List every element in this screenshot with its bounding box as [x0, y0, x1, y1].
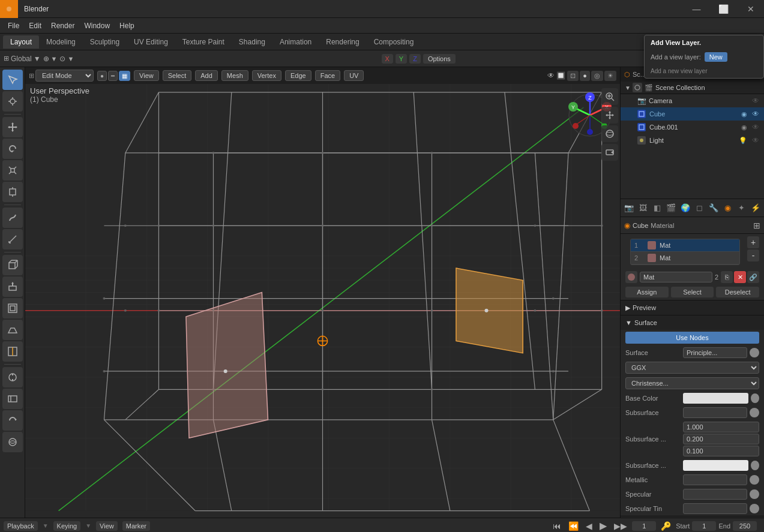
- edit-mode-select[interactable]: Edit Mode Object Mode Sculpt Mode: [35, 70, 94, 82]
- minimize-button[interactable]: —: [683, 0, 710, 18]
- slide-tool[interactable]: [2, 389, 23, 409]
- prop-scene-tab[interactable]: 🎬: [665, 201, 677, 215]
- tab-texture-paint[interactable]: Texture Paint: [175, 35, 232, 49]
- select-menu[interactable]: Select: [163, 70, 192, 81]
- tab-compositing[interactable]: Compositing: [367, 35, 421, 49]
- prop-material-tab[interactable]: ◉: [721, 201, 733, 215]
- extrude-tool[interactable]: [2, 276, 23, 297]
- tl-next-frame[interactable]: ▶▶: [612, 520, 630, 532]
- mat-link-btn[interactable]: 🔗: [747, 271, 759, 283]
- playback-btn[interactable]: Playback: [4, 521, 38, 531]
- pan-tool[interactable]: [601, 107, 618, 124]
- material-panel-collapse[interactable]: ⊞: [753, 221, 760, 230]
- outliner-cube001[interactable]: Cube.001 ◉ 👁: [621, 121, 764, 134]
- timeline-frame[interactable]: 1: [632, 521, 656, 531]
- marker-btn[interactable]: Marker: [122, 521, 150, 531]
- vertex-menu[interactable]: Vertex: [252, 70, 281, 81]
- maximize-button[interactable]: ⬜: [710, 0, 737, 18]
- bevel-tool[interactable]: [2, 320, 23, 340]
- prop-output-tab[interactable]: 🖼: [637, 201, 649, 215]
- measure-tool[interactable]: [2, 229, 23, 250]
- deselect-button[interactable]: Deselect: [716, 287, 759, 297]
- transform-tool[interactable]: [2, 182, 23, 202]
- light-visibility[interactable]: 👁: [752, 136, 759, 145]
- prop-render-tab[interactable]: 📷: [623, 201, 635, 215]
- prop-object-tab[interactable]: ◻: [693, 201, 705, 215]
- specular-tint-dot[interactable]: [750, 504, 759, 513]
- face-menu[interactable]: Face: [315, 70, 340, 81]
- add-slot-btn[interactable]: +: [747, 236, 759, 248]
- remove-slot-btn[interactable]: -: [747, 250, 759, 262]
- select-tool[interactable]: [2, 70, 23, 90]
- material-preview-shading[interactable]: ◎: [591, 71, 603, 81]
- tl-jump-start[interactable]: ⏮: [550, 520, 564, 532]
- surface-shader-dot[interactable]: [750, 348, 759, 357]
- tl-keyframe-marker[interactable]: 🔑: [658, 520, 673, 532]
- specular-dot[interactable]: [750, 489, 759, 499]
- z-axis-btn[interactable]: Z: [409, 54, 421, 64]
- mesh-menu[interactable]: Mesh: [221, 70, 248, 81]
- cursor-tool[interactable]: [2, 91, 23, 112]
- solid-shading[interactable]: ●: [580, 71, 590, 81]
- use-nodes-btn[interactable]: Use Nodes: [625, 332, 759, 344]
- tl-play[interactable]: ▶: [597, 519, 609, 532]
- view-btn[interactable]: View: [96, 521, 118, 531]
- subsurface-color-dot[interactable]: [751, 461, 759, 470]
- options-btn[interactable]: Options: [423, 54, 456, 64]
- tl-prev-keyframe[interactable]: ⏪: [566, 520, 581, 532]
- mat-delete-btn[interactable]: ✕: [734, 271, 746, 283]
- tab-sculpting[interactable]: Sculpting: [83, 35, 127, 49]
- subsurface-dot[interactable]: [750, 408, 759, 417]
- specular-input[interactable]: 0.500: [683, 489, 747, 500]
- cube-visibility[interactable]: 👁: [752, 110, 759, 118]
- tab-layout[interactable]: Layout: [3, 35, 39, 49]
- close-button[interactable]: ✕: [737, 0, 764, 18]
- scene-visibility[interactable]: [633, 83, 642, 92]
- uv-menu[interactable]: UV: [344, 70, 364, 81]
- metallic-input[interactable]: 0.000: [683, 474, 747, 485]
- rotate-tool[interactable]: [2, 139, 23, 159]
- move-tool-2[interactable]: [2, 367, 23, 387]
- mode-selector[interactable]: ⊞ Edit Mode Object Mode Sculpt Mode: [29, 70, 94, 82]
- keying-btn[interactable]: Keying: [53, 521, 81, 531]
- menu-file[interactable]: File: [3, 20, 24, 32]
- loop-cut-tool[interactable]: [2, 341, 23, 362]
- smooth-tool[interactable]: [2, 432, 23, 452]
- camera-visibility[interactable]: 👁: [752, 97, 759, 105]
- metallic-dot[interactable]: [750, 475, 759, 485]
- viewport-shading-toggle[interactable]: 🔲: [556, 71, 565, 80]
- rendered-shading[interactable]: ☀: [604, 71, 616, 81]
- tl-prev-frame[interactable]: ◀: [583, 520, 595, 532]
- tab-modeling[interactable]: Modeling: [39, 35, 83, 49]
- tab-uv-editing[interactable]: UV Editing: [127, 35, 175, 49]
- material-name-input[interactable]: [640, 272, 712, 282]
- camera-view[interactable]: [601, 144, 618, 161]
- prop-physics-tab[interactable]: ⚡: [750, 201, 762, 215]
- prop-view-tab[interactable]: ◧: [651, 201, 663, 215]
- view-menu[interactable]: View: [134, 70, 159, 81]
- prop-modifier-tab[interactable]: 🔧: [707, 201, 719, 215]
- material-slot-1[interactable]: 1 Mat: [631, 239, 739, 252]
- tab-rendering[interactable]: Rendering: [319, 35, 366, 49]
- assign-button[interactable]: Assign: [625, 287, 669, 297]
- y-axis-btn[interactable]: Y: [396, 54, 407, 64]
- preview-header[interactable]: ▶ Preview: [621, 300, 764, 315]
- prop-world-tab[interactable]: 🌍: [679, 201, 691, 215]
- subsurface-input[interactable]: 0.000: [683, 407, 747, 418]
- outliner-cube[interactable]: Cube ◉ 👁: [621, 107, 764, 121]
- material-slot-2[interactable]: 2 Mat: [631, 252, 739, 265]
- tab-animation[interactable]: Animation: [272, 35, 319, 49]
- specular-tint-input[interactable]: [683, 503, 747, 514]
- add-menu[interactable]: Add: [195, 70, 218, 81]
- subsurface-g-input[interactable]: [683, 434, 759, 444]
- subsurface-color-swatch[interactable]: [683, 460, 748, 471]
- tab-shading[interactable]: Shading: [232, 35, 272, 49]
- subsurface-r-input[interactable]: [683, 422, 759, 432]
- pivot-selector[interactable]: ⊕ ▼: [43, 55, 58, 63]
- timeline-end[interactable]: 250: [733, 521, 757, 531]
- annotate-tool[interactable]: [2, 208, 23, 228]
- menu-render[interactable]: Render: [46, 20, 79, 32]
- viewport[interactable]: ⊞ Edit Mode Object Mode Sculpt Mode ● ━ …: [25, 67, 620, 518]
- outliner-camera[interactable]: 📷 Camera 👁: [621, 94, 764, 107]
- mat-duplicate-btn[interactable]: ⎘: [721, 271, 733, 283]
